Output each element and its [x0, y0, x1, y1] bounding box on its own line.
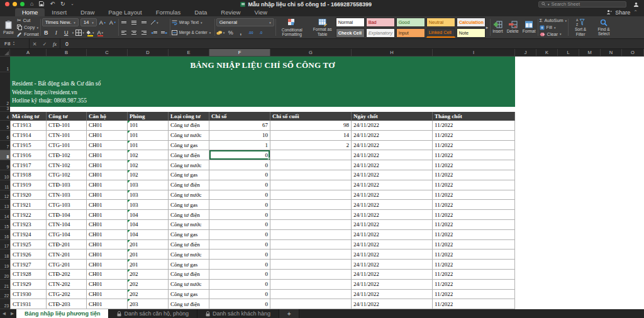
row-header-12[interactable]: 12 — [0, 190, 10, 200]
cell-G13[interactable] — [270, 200, 352, 210]
cell-I20[interactable]: 11/2022 — [433, 270, 515, 280]
align-center-icon[interactable] — [130, 28, 138, 36]
format-as-table-button[interactable]: Format as Table — [309, 18, 336, 37]
delete-cells-button[interactable]: Delete — [506, 18, 519, 37]
cell-G19[interactable] — [270, 260, 352, 270]
cell-F10[interactable]: 0 — [209, 170, 270, 180]
cell-A18[interactable]: CT1926 — [10, 249, 47, 260]
name-box[interactable]: F8 ▲▼ — [0, 39, 29, 48]
cell-F7[interactable]: 1 — [209, 141, 270, 151]
cell-B10[interactable]: CTG-102 — [47, 170, 87, 180]
cell-A10[interactable]: CT1918 — [10, 170, 47, 180]
cell-H22[interactable]: 24/11/2022 — [352, 290, 433, 300]
cell-B9[interactable]: CTN-102 — [47, 160, 87, 170]
previous-sheet-icon[interactable]: ◀ — [0, 309, 8, 318]
sort-filter-button[interactable]: AZ Sort & Filter — [570, 18, 591, 37]
cut-button[interactable]: ✂ Cut — [17, 18, 39, 23]
row-header-22[interactable]: 22 — [0, 290, 10, 300]
row-header-4[interactable]: 4 — [0, 112, 10, 121]
cell-F5[interactable]: 67 — [209, 121, 270, 131]
cell-I17[interactable]: 11/2022 — [433, 240, 515, 250]
cell-D11[interactable]: 103 — [128, 180, 169, 190]
cell-A22[interactable]: CT1930 — [10, 290, 47, 300]
cell-A11[interactable]: CT1919 — [10, 180, 47, 190]
cell-C23[interactable]: CH01 — [87, 299, 128, 309]
cell-E13[interactable]: Công tơ gas — [169, 200, 209, 210]
cell-I8[interactable]: 11/2022 — [433, 150, 515, 160]
decrease-font-size-button[interactable]: A▼ — [109, 18, 117, 26]
conditional-formatting-button[interactable]: Conditional Formatting — [277, 18, 307, 37]
column-header-B[interactable]: B — [47, 49, 87, 57]
formula-input[interactable]: 0 — [60, 39, 644, 48]
font-name-select[interactable]: Times New...▾ — [42, 18, 79, 26]
cell-D20[interactable]: 202 — [128, 270, 169, 280]
cell-G5[interactable]: 98 — [270, 121, 352, 131]
font-color-button[interactable]: A▾ — [96, 28, 104, 36]
cell-G20[interactable] — [270, 270, 352, 280]
cell-style-normal[interactable]: Normal — [336, 18, 365, 27]
cell-C6[interactable]: CH01 — [87, 131, 128, 141]
cell-E10[interactable]: Công tơ gas — [169, 170, 209, 180]
align-top-icon[interactable] — [120, 18, 128, 26]
wrap-text-button[interactable]: Wrap Text▾ — [172, 18, 213, 27]
cell-I5[interactable]: 11/2022 — [433, 121, 515, 131]
table-header-6[interactable]: Chỉ số — [209, 112, 270, 121]
cell-G11[interactable] — [270, 180, 352, 190]
decrease-indent-icon[interactable]: ◂ — [150, 28, 158, 36]
fill-color-button[interactable]: ▾ — [86, 28, 94, 36]
row-header-19[interactable]: 19 — [0, 260, 10, 270]
column-header-K[interactable]: K — [536, 49, 558, 57]
cell-I22[interactable]: 11/2022 — [433, 290, 515, 300]
cell-F22[interactable]: 0 — [209, 290, 270, 300]
cell-A8[interactable]: CT1916 — [10, 150, 47, 160]
cell-C9[interactable]: CH01 — [87, 160, 128, 170]
cell-A5[interactable]: CT1913 — [10, 121, 47, 131]
cell-I6[interactable]: 11/2022 — [433, 131, 515, 141]
cell-C12[interactable]: CH01 — [87, 190, 128, 200]
cell-D6[interactable]: 101 — [128, 131, 169, 141]
cell-I21[interactable]: 11/2022 — [433, 280, 515, 290]
align-left-icon[interactable] — [120, 28, 128, 36]
font-size-select[interactable]: 14▾ — [80, 18, 97, 26]
customize-toolbar-icon[interactable]: ⌄ — [71, 1, 74, 7]
cell-E23[interactable]: Công tơ điện — [169, 299, 209, 309]
cell-E12[interactable]: Công tơ nước — [169, 190, 209, 200]
next-sheet-icon[interactable]: ▶ — [8, 309, 16, 318]
column-header-D[interactable]: D — [128, 49, 169, 57]
cell-H5[interactable]: 24/11/2022 — [352, 121, 433, 131]
cell-D23[interactable]: 203 — [128, 299, 169, 309]
cell-B15[interactable]: CTN-104 — [47, 220, 87, 230]
cell-E8[interactable]: Công tơ điện — [169, 150, 209, 160]
select-all-corner[interactable] — [0, 49, 10, 57]
cell-F6[interactable]: 10 — [209, 131, 270, 141]
cell-D12[interactable]: 103 — [128, 190, 169, 200]
cell-B18[interactable]: CTN-201 — [47, 249, 87, 260]
cell-B12[interactable]: CTN-103 — [47, 190, 87, 200]
cell-H19[interactable]: 24/11/2022 — [352, 260, 433, 270]
cell-style-explanatory-t-[interactable]: Explanatory T... — [366, 28, 395, 38]
cell-C13[interactable]: CH01 — [87, 200, 128, 210]
cell-D5[interactable]: 101 — [128, 121, 169, 131]
cell-I14[interactable]: 11/2022 — [433, 210, 515, 220]
column-header-J[interactable]: J — [515, 49, 536, 57]
cell-B21[interactable]: CTN-202 — [47, 280, 87, 290]
bold-button[interactable]: B — [42, 28, 50, 36]
cell-A21[interactable]: CT1929 — [10, 280, 47, 290]
cell-B13[interactable]: CTG-103 — [47, 200, 87, 210]
ribbon-tab-draw[interactable]: Draw — [74, 8, 101, 16]
table-header-7[interactable]: Chỉ số cuối — [270, 112, 352, 121]
share-button[interactable]: Share — [615, 9, 630, 16]
cell-C14[interactable]: CH01 — [87, 210, 128, 220]
cell-E19[interactable]: Công tơ gas — [169, 260, 209, 270]
ribbon-tab-data[interactable]: Data — [187, 8, 214, 16]
table-header-8[interactable]: Ngày chốt — [352, 112, 433, 121]
collapse-ribbon-icon[interactable]: ⌃ — [633, 9, 638, 15]
decrease-decimal-button[interactable]: .0 — [257, 28, 265, 36]
row-header-10[interactable]: 10 — [0, 170, 10, 180]
cell-F12[interactable]: 0 — [209, 190, 270, 200]
cell-H15[interactable]: 24/11/2022 — [352, 220, 433, 230]
cell-B11[interactable]: CTĐ-103 — [47, 180, 87, 190]
title-banner-cell[interactable]: BẢNG NHẬP LIỆU CHỈ SỐ CÔNG TƠ Resident -… — [10, 57, 515, 107]
cell-style-check-cell[interactable]: Check Cell — [336, 28, 365, 38]
cell-G16[interactable] — [270, 230, 352, 240]
